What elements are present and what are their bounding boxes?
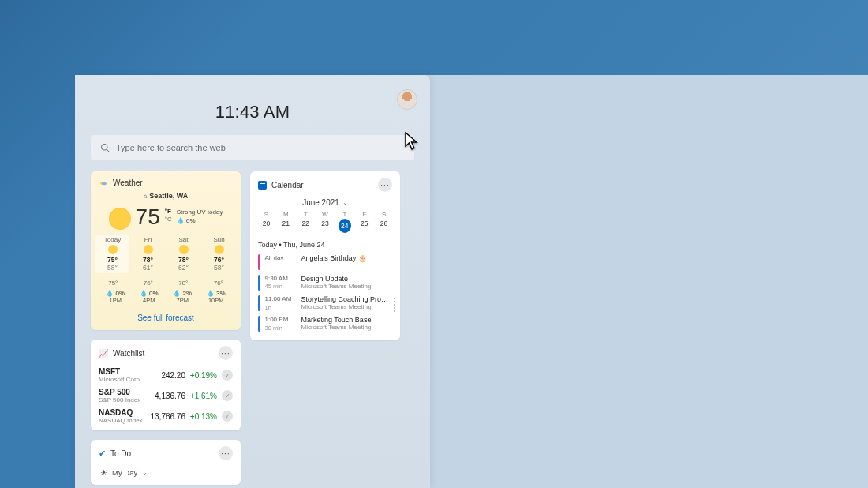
hourly-precip: 💧 3%10PM (207, 290, 226, 304)
hourly-precip: 💧 0%1PM (106, 290, 125, 304)
watchlist-row[interactable]: NASDAQNASDAQ Index 13,786.76 +0.13% (91, 406, 241, 430)
clock-time: 11:43 AM (75, 75, 430, 122)
todo-section-toggle[interactable]: ☀ My Day ⌄ (91, 465, 241, 485)
sun-icon (109, 208, 131, 230)
check-icon (222, 390, 233, 401)
calendar-day[interactable]: 26 (374, 219, 394, 233)
todo-title: To Do (110, 449, 131, 458)
avatar[interactable] (397, 89, 417, 110)
more-button[interactable]: ··· (219, 446, 233, 460)
weather-temp: 75 (136, 205, 160, 230)
weather-extra-temps: 75° 76° 78° 76° (91, 276, 241, 287)
sun-icon: ☀ (100, 468, 107, 477)
calendar-day[interactable]: 20 (256, 219, 276, 233)
more-button[interactable]: ··· (219, 346, 233, 360)
forecast-day[interactable]: Sun 76°58° (202, 235, 236, 273)
calendar-day-today[interactable]: 24 (339, 219, 351, 233)
forecast-day[interactable]: Today 75°58° (95, 235, 129, 273)
weather-summary: Strong UV today 💧 0% (177, 205, 223, 225)
weather-icon (99, 178, 108, 187)
todo-widget[interactable]: ✔ To Do ··· ☀ My Day ⌄ (91, 440, 241, 485)
search-placeholder: Type here to search the web (116, 143, 226, 152)
check-icon (222, 370, 233, 381)
calendar-icon (258, 181, 267, 190)
chevron-down-icon: ⌄ (142, 469, 148, 476)
calendar-widget[interactable]: Calendar ··· June 2021 ⌄ S M T W T F S 2… (250, 171, 400, 340)
calendar-day[interactable]: 21 (276, 219, 296, 233)
calendar-event[interactable]: All day Angela's Birthday 🎂 (250, 252, 400, 272)
calendar-event[interactable]: 9:30 AM45 min Design UpdateMicrosoft Tea… (250, 272, 400, 293)
calendar-day[interactable]: 23 (316, 219, 335, 233)
calendar-day[interactable]: 22 (296, 219, 316, 233)
calendar-day[interactable]: 25 (354, 219, 374, 233)
watchlist-title: Watchlist (113, 349, 144, 358)
forecast-day[interactable]: Fri 78°61° (131, 235, 165, 273)
unit-toggle[interactable]: °F °C (165, 205, 172, 223)
todo-icon: ✔ (99, 449, 106, 459)
watchlist-row[interactable]: S&P 500S&P 500 Index 4,136.76 +1.61% (91, 385, 241, 406)
hourly-precip: 💧 0%4PM (140, 290, 159, 304)
weather-location: ⌂ Seattle, WA (91, 192, 241, 200)
watchlist-icon: 📈 (99, 349, 108, 358)
see-full-forecast-link[interactable]: See full forecast (91, 310, 241, 330)
calendar-event[interactable]: 1:00 PM30 min Marketing Touch BaseMicros… (250, 313, 400, 334)
check-icon (222, 411, 233, 422)
more-button[interactable]: ··· (378, 178, 392, 192)
weather-title: Weather (113, 178, 143, 187)
weather-widget[interactable]: Weather ⌂ Seattle, WA 75 °F °C Strong UV… (91, 171, 241, 330)
scroll-indicator (394, 298, 395, 312)
calendar-event[interactable]: 11:00 AM1h Storytelling Coaching Pro…Mic… (250, 293, 400, 313)
svg-point-3 (102, 182, 107, 186)
watchlist-widget[interactable]: 📈 Watchlist ··· MSFTMicrosoft Corp. 242.… (91, 340, 241, 430)
calendar-month-picker[interactable]: June 2021 ⌄ (250, 197, 400, 208)
search-icon (100, 143, 110, 152)
hourly-precip: 💧 2%7PM (173, 290, 192, 304)
chevron-down-icon: ⌄ (342, 199, 348, 206)
calendar-date-label: Today • Thu, June 24 (250, 236, 400, 252)
svg-point-0 (102, 145, 108, 151)
calendar-title: Calendar (271, 181, 304, 190)
search-input[interactable]: Type here to search the web (91, 135, 414, 160)
svg-line-1 (107, 149, 109, 152)
widgets-panel: 11:43 AM Type here to search the web Wea… (75, 75, 430, 488)
watchlist-row[interactable]: MSFTMicrosoft Corp. 242.20 +0.19% (91, 365, 241, 385)
forecast-day[interactable]: Sat 78°62° (166, 235, 200, 273)
